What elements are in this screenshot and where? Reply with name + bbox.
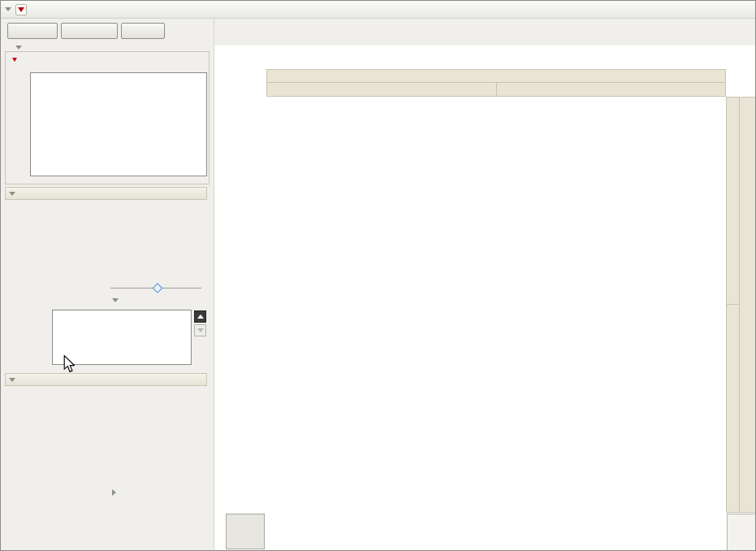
column-facet-header (266, 69, 726, 83)
row-facet-header (739, 97, 756, 513)
undo-button[interactable] (7, 23, 58, 39)
outline-disclosure-icon[interactable] (5, 7, 11, 11)
columns-list[interactable] (30, 72, 207, 176)
column-facet-level-small (496, 82, 726, 97)
bar-disclosure-icon[interactable] (9, 378, 15, 382)
row-facet-level-little (726, 97, 740, 305)
mouse-cursor (63, 355, 75, 373)
points-disclosure-icon[interactable] (9, 192, 15, 196)
titlebar (1, 1, 755, 19)
plot-area[interactable] (236, 97, 726, 527)
map-shape-button[interactable] (226, 514, 265, 549)
start-over-button[interactable] (61, 23, 118, 39)
row-facet-level-lots (726, 304, 740, 513)
up-arrow-icon (197, 315, 204, 319)
move-down-button[interactable] (194, 324, 206, 336)
variables-panel (5, 51, 210, 184)
jitter-limit-slider[interactable] (110, 280, 205, 297)
slider-thumb[interactable] (153, 283, 163, 293)
done-button[interactable] (121, 23, 165, 39)
graph-builder-window (0, 0, 756, 551)
bar-section-header[interactable] (5, 373, 207, 386)
freq-drop-zone[interactable] (727, 514, 756, 551)
down-arrow-icon (197, 328, 204, 332)
columns-red-triangle-menu-icon[interactable] (12, 58, 17, 62)
variables-disclosure-icon[interactable] (15, 46, 22, 50)
bar-variables-disclosure-icon[interactable] (112, 489, 116, 496)
y-axis-label (218, 97, 231, 513)
column-facet-level-large (266, 82, 497, 97)
points-variables-disclosure-icon[interactable] (112, 298, 119, 302)
red-triangle-menu-icon[interactable] (15, 4, 27, 15)
points-section-header[interactable] (5, 187, 207, 200)
move-up-button[interactable] (194, 310, 206, 323)
